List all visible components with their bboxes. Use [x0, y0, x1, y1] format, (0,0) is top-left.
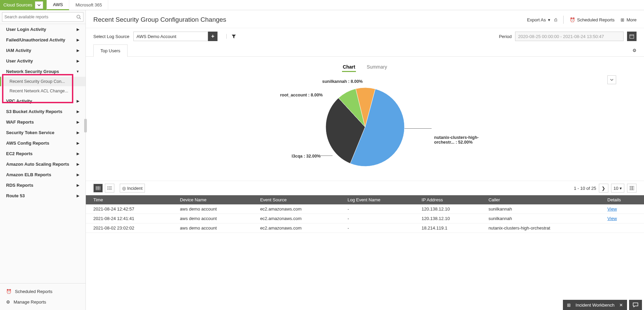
cloud-sources-dropdown[interactable]: Cloud Sources: [0, 0, 47, 10]
filter-button[interactable]: [226, 34, 236, 39]
close-icon[interactable]: ✕: [619, 303, 623, 308]
sidebar-item-label: User Login Activity: [6, 27, 46, 32]
table-header[interactable]: Details: [600, 195, 644, 204]
settings-button[interactable]: ⚙: [632, 48, 637, 53]
sidebar-manage-reports[interactable]: ⚙Manage Reports: [0, 297, 86, 307]
calendar-button[interactable]: [627, 32, 637, 41]
top-tabs: Cloud Sources AWS Microsoft 365: [0, 0, 644, 10]
subtab-chart[interactable]: Chart: [342, 63, 356, 72]
sidebar-resize-handle[interactable]: [84, 119, 87, 132]
table-header[interactable]: IP Address: [414, 195, 481, 204]
sidebar-sub-recent-acl[interactable]: Recent Network ACL Change...: [0, 86, 86, 96]
pie-label-3: root_account : 8.00%: [280, 93, 323, 97]
search-input[interactable]: [4, 15, 76, 19]
sidebar-item-iam[interactable]: IAM Activity▶: [0, 45, 86, 56]
sidebar-item-vpc[interactable]: VPC Activity▶: [0, 96, 86, 106]
sidebar-item-waf[interactable]: WAF Reports▶: [0, 117, 86, 127]
table-header[interactable]: Event Source: [253, 195, 340, 204]
target-icon: ◎: [122, 186, 126, 191]
table-cell-details: View: [600, 214, 644, 223]
view-link[interactable]: View: [607, 206, 617, 212]
sidebar-item-user-login[interactable]: User Login Activity▶: [0, 24, 86, 35]
sidebar-footer-label: Scheduled Reports: [15, 289, 53, 294]
sidebar-item-label: VPC Activity: [6, 98, 32, 104]
sidebar-item-nsg[interactable]: Network Security Groups▼: [0, 66, 86, 77]
svg-point-13: [107, 188, 108, 188]
export-button[interactable]: Export As▾⎙: [527, 17, 557, 22]
tab-top-users[interactable]: Top Users: [93, 44, 128, 57]
sidebar-item-label: Route 53: [6, 193, 25, 198]
sidebar-item-elb[interactable]: Amazon ELB Reports▶: [0, 169, 86, 180]
view-link[interactable]: View: [607, 216, 617, 221]
select-log-source-label: Select Log Source: [93, 34, 129, 39]
sidebar-item-s3[interactable]: S3 Bucket Activity Reports▶: [0, 106, 86, 117]
period-input[interactable]: [515, 32, 624, 41]
svg-rect-15: [629, 186, 631, 190]
sidebar-item-config[interactable]: AWS Config Reports▶: [0, 138, 86, 148]
caret-down-icon: ▾: [548, 17, 550, 22]
pagination-range: 1 - 10 of 25: [574, 186, 596, 191]
chevron-right-icon: ▶: [77, 194, 79, 198]
table-cell: -: [340, 204, 414, 214]
search-icon: [76, 15, 81, 19]
table-header[interactable]: Time: [86, 195, 172, 204]
sidebar-item-user-activity[interactable]: User Activity▶: [0, 56, 86, 66]
sidebar: User Login Activity▶ Failed/Unauthorized…: [0, 10, 86, 310]
view-list-button[interactable]: [105, 184, 114, 193]
next-page-button[interactable]: ❯: [599, 184, 608, 193]
table-header[interactable]: Device Name: [172, 195, 252, 204]
table-cell: ec2.amazonaws.com: [253, 223, 340, 233]
subtab-summary[interactable]: Summary: [366, 63, 388, 72]
search-reports[interactable]: [2, 12, 83, 22]
pie-label-2: l3cqa : 32.00%: [292, 154, 321, 159]
sidebar-item-label: RDS Reports: [6, 183, 33, 188]
page-size-select[interactable]: 10 ▾: [611, 184, 624, 193]
scheduled-label: Scheduled Reports: [577, 17, 615, 22]
chevron-right-icon: ▶: [77, 162, 79, 166]
leader-line: [319, 156, 333, 156]
sidebar-item-route53[interactable]: Route 53▶: [0, 190, 86, 201]
add-log-source-button[interactable]: +: [208, 32, 217, 41]
sidebar-scheduled-reports[interactable]: ⏰Scheduled Reports: [0, 286, 86, 297]
more-label: More: [626, 17, 637, 22]
scheduled-reports-button[interactable]: ⏰Scheduled Reports: [570, 17, 615, 22]
table-row: 2021-08-24 12:42:57aws demo accountec2.a…: [86, 204, 644, 214]
columns-button[interactable]: [627, 184, 637, 193]
more-button[interactable]: ⊞More: [621, 17, 637, 22]
incident-label: Incident: [127, 186, 143, 191]
tab-aws[interactable]: AWS: [47, 0, 69, 10]
sidebar-sub-recent-sg[interactable]: Recent Security Group Con...: [0, 77, 86, 86]
sidebar-item-autoscale[interactable]: Amazon Auto Scaling Reports▶: [0, 159, 86, 169]
svg-rect-4: [96, 186, 100, 190]
table-cell: -: [340, 223, 414, 233]
table-header[interactable]: Caller: [481, 195, 600, 204]
sidebar-item-ec2[interactable]: EC2 Reports▶: [0, 148, 86, 159]
svg-rect-17: [633, 186, 634, 190]
period-label: Period: [499, 34, 512, 39]
sidebar-item-failed[interactable]: Failed/Unauthorized Activity▶: [0, 35, 86, 45]
sidebar-item-rds[interactable]: RDS Reports▶: [0, 180, 86, 190]
table-cell: 2021-08-02 23:02:02: [86, 223, 172, 233]
sidebar-item-sts[interactable]: Security Token Service▶: [0, 127, 86, 138]
chart-menu-button[interactable]: [607, 75, 616, 84]
chevron-right-icon: ▶: [77, 49, 79, 52]
table-cell: sunilkannah: [481, 204, 600, 214]
cloud-sources-label: Cloud Sources: [3, 2, 32, 7]
sidebar-footer: ⏰Scheduled Reports ⚙Manage Reports: [0, 283, 86, 310]
chevron-right-icon: ▶: [77, 38, 79, 42]
sidebar-footer-label: Manage Reports: [14, 299, 46, 305]
table-cell: 120.138.12.10: [414, 214, 481, 223]
incident-button[interactable]: ◎ Incident: [120, 184, 145, 193]
workbench-icon: ⊞: [567, 303, 571, 308]
incident-workbench-bar[interactable]: ⊞ Incident Workbench ✕: [563, 300, 627, 310]
view-table-button[interactable]: [93, 184, 103, 193]
table-cell: nutanix-clusters-high-orchestrat: [481, 223, 600, 233]
chat-button[interactable]: [629, 300, 642, 310]
table-cell-details: [600, 223, 644, 233]
tab-ms365[interactable]: Microsoft 365: [69, 0, 108, 10]
sidebar-item-label: AWS Config Reports: [6, 141, 49, 146]
table-cell: ec2.amazonaws.com: [253, 204, 340, 214]
log-source-input[interactable]: [133, 32, 208, 41]
results-table: TimeDevice NameEvent SourceLog Event Nam…: [86, 195, 644, 233]
table-header[interactable]: Log Event Name: [340, 195, 414, 204]
